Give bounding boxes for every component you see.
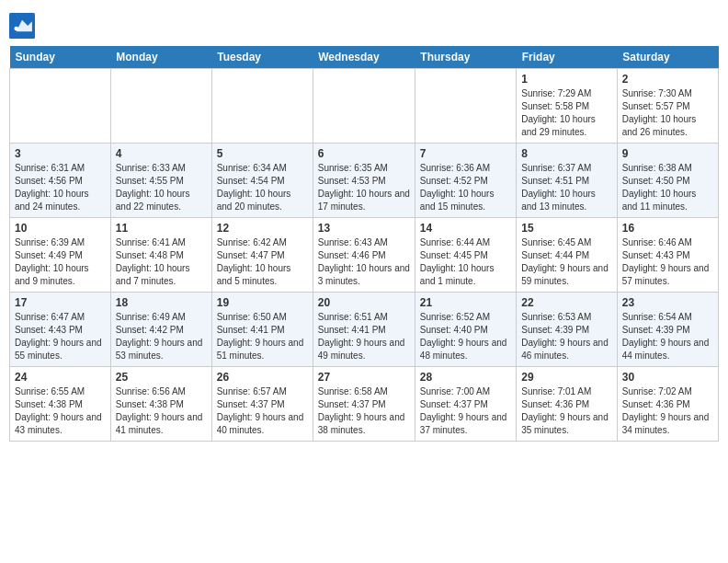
calendar-cell: 28Sunrise: 7:00 AM Sunset: 4:37 PM Dayli… (415, 367, 516, 442)
day-number: 11 (116, 222, 207, 235)
calendar-cell: 26Sunrise: 6:57 AM Sunset: 4:37 PM Dayli… (211, 367, 313, 442)
calendar-cell: 29Sunrise: 7:01 AM Sunset: 4:36 PM Dayli… (517, 367, 618, 442)
day-number: 7 (420, 147, 511, 160)
day-info: Sunrise: 6:55 AM Sunset: 4:38 PM Dayligh… (15, 385, 106, 437)
calendar-cell: 5Sunrise: 6:34 AM Sunset: 4:54 PM Daylig… (211, 144, 313, 218)
calendar-week-4: 17Sunrise: 6:47 AM Sunset: 4:43 PM Dayli… (10, 293, 719, 367)
day-info: Sunrise: 6:35 AM Sunset: 4:53 PM Dayligh… (318, 162, 410, 213)
calendar-week-1: 1Sunrise: 7:29 AM Sunset: 5:58 PM Daylig… (10, 69, 719, 144)
day-info: Sunrise: 6:45 AM Sunset: 4:44 PM Dayligh… (521, 236, 612, 288)
calendar-cell: 7Sunrise: 6:36 AM Sunset: 4:52 PM Daylig… (415, 144, 516, 218)
day-number: 28 (420, 371, 511, 384)
logo-icon (9, 13, 35, 39)
day-number: 27 (318, 371, 410, 384)
day-info: Sunrise: 6:37 AM Sunset: 4:51 PM Dayligh… (521, 162, 612, 213)
calendar-cell: 11Sunrise: 6:41 AM Sunset: 4:48 PM Dayli… (110, 218, 211, 293)
calendar-cell: 4Sunrise: 6:33 AM Sunset: 4:55 PM Daylig… (110, 144, 211, 218)
day-number: 2 (622, 73, 713, 86)
calendar-cell: 25Sunrise: 6:56 AM Sunset: 4:38 PM Dayli… (110, 367, 211, 442)
day-info: Sunrise: 6:47 AM Sunset: 4:43 PM Dayligh… (15, 311, 106, 362)
calendar-header-row: SundayMondayTuesdayWednesdayThursdayFrid… (10, 46, 719, 69)
calendar-cell: 24Sunrise: 6:55 AM Sunset: 4:38 PM Dayli… (10, 367, 111, 442)
calendar-cell: 16Sunrise: 6:46 AM Sunset: 4:43 PM Dayli… (617, 218, 718, 293)
day-number: 16 (622, 222, 713, 235)
calendar-cell: 30Sunrise: 7:02 AM Sunset: 4:36 PM Dayli… (617, 367, 718, 442)
day-number: 5 (217, 147, 308, 160)
day-header-sunday: Sunday (10, 46, 111, 69)
calendar-cell: 13Sunrise: 6:43 AM Sunset: 4:46 PM Dayli… (313, 218, 415, 293)
day-number: 13 (318, 222, 410, 235)
day-info: Sunrise: 6:41 AM Sunset: 4:48 PM Dayligh… (116, 236, 207, 288)
calendar-cell: 1Sunrise: 7:29 AM Sunset: 5:58 PM Daylig… (517, 69, 618, 144)
day-info: Sunrise: 7:02 AM Sunset: 4:36 PM Dayligh… (622, 385, 713, 437)
day-number: 22 (521, 296, 612, 309)
calendar-cell (415, 69, 516, 144)
day-number: 10 (15, 222, 106, 235)
calendar-cell: 20Sunrise: 6:51 AM Sunset: 4:41 PM Dayli… (313, 293, 415, 367)
day-number: 8 (521, 147, 612, 160)
day-number: 26 (217, 371, 308, 384)
day-number: 25 (116, 371, 207, 384)
calendar-cell: 10Sunrise: 6:39 AM Sunset: 4:49 PM Dayli… (10, 218, 111, 293)
day-info: Sunrise: 6:39 AM Sunset: 4:49 PM Dayligh… (15, 236, 106, 288)
day-info: Sunrise: 7:01 AM Sunset: 4:36 PM Dayligh… (521, 385, 612, 437)
day-info: Sunrise: 7:00 AM Sunset: 4:37 PM Dayligh… (420, 385, 511, 437)
day-info: Sunrise: 6:44 AM Sunset: 4:45 PM Dayligh… (420, 236, 511, 288)
day-info: Sunrise: 6:57 AM Sunset: 4:37 PM Dayligh… (217, 385, 308, 437)
day-number: 4 (116, 147, 207, 160)
calendar-cell: 22Sunrise: 6:53 AM Sunset: 4:39 PM Dayli… (517, 293, 618, 367)
day-info: Sunrise: 6:36 AM Sunset: 4:52 PM Dayligh… (420, 162, 511, 213)
day-info: Sunrise: 6:31 AM Sunset: 4:56 PM Dayligh… (15, 162, 106, 213)
svg-point-2 (14, 27, 18, 31)
day-header-monday: Monday (110, 46, 211, 69)
day-info: Sunrise: 6:53 AM Sunset: 4:39 PM Dayligh… (521, 311, 612, 362)
day-number: 29 (521, 371, 612, 384)
day-number: 20 (318, 296, 410, 309)
day-info: Sunrise: 6:46 AM Sunset: 4:43 PM Dayligh… (622, 236, 713, 288)
calendar-cell: 3Sunrise: 6:31 AM Sunset: 4:56 PM Daylig… (10, 144, 111, 218)
day-number: 15 (521, 222, 612, 235)
day-info: Sunrise: 6:49 AM Sunset: 4:42 PM Dayligh… (116, 311, 207, 362)
day-info: Sunrise: 6:43 AM Sunset: 4:46 PM Dayligh… (318, 236, 410, 288)
day-number: 9 (622, 147, 713, 160)
calendar-cell: 6Sunrise: 6:35 AM Sunset: 4:53 PM Daylig… (313, 144, 415, 218)
day-info: Sunrise: 6:50 AM Sunset: 4:41 PM Dayligh… (217, 311, 308, 362)
day-info: Sunrise: 6:51 AM Sunset: 4:41 PM Dayligh… (318, 311, 410, 362)
day-info: Sunrise: 7:30 AM Sunset: 5:57 PM Dayligh… (622, 87, 713, 139)
logo (9, 13, 39, 39)
day-info: Sunrise: 6:38 AM Sunset: 4:50 PM Dayligh… (622, 162, 713, 213)
page-header (9, 9, 719, 39)
calendar-week-2: 3Sunrise: 6:31 AM Sunset: 4:56 PM Daylig… (10, 144, 719, 218)
day-number: 6 (318, 147, 410, 160)
calendar-cell: 15Sunrise: 6:45 AM Sunset: 4:44 PM Dayli… (517, 218, 618, 293)
calendar-cell: 21Sunrise: 6:52 AM Sunset: 4:40 PM Dayli… (415, 293, 516, 367)
day-number: 21 (420, 296, 511, 309)
calendar-cell (110, 69, 211, 144)
day-info: Sunrise: 7:29 AM Sunset: 5:58 PM Dayligh… (521, 87, 612, 139)
day-number: 24 (15, 371, 106, 384)
day-number: 14 (420, 222, 511, 235)
calendar-cell: 19Sunrise: 6:50 AM Sunset: 4:41 PM Dayli… (211, 293, 313, 367)
calendar-cell: 18Sunrise: 6:49 AM Sunset: 4:42 PM Dayli… (110, 293, 211, 367)
day-info: Sunrise: 6:42 AM Sunset: 4:47 PM Dayligh… (217, 236, 308, 288)
calendar-cell: 17Sunrise: 6:47 AM Sunset: 4:43 PM Dayli… (10, 293, 111, 367)
day-header-saturday: Saturday (617, 46, 718, 69)
calendar-cell: 9Sunrise: 6:38 AM Sunset: 4:50 PM Daylig… (617, 144, 718, 218)
day-number: 19 (217, 296, 308, 309)
day-number: 1 (521, 73, 612, 86)
day-number: 12 (217, 222, 308, 235)
day-number: 30 (622, 371, 713, 384)
day-info: Sunrise: 6:58 AM Sunset: 4:37 PM Dayligh… (318, 385, 410, 437)
day-number: 23 (622, 296, 713, 309)
calendar-cell (211, 69, 313, 144)
calendar-cell (313, 69, 415, 144)
day-header-friday: Friday (517, 46, 618, 69)
day-info: Sunrise: 6:33 AM Sunset: 4:55 PM Dayligh… (116, 162, 207, 213)
day-info: Sunrise: 6:34 AM Sunset: 4:54 PM Dayligh… (217, 162, 308, 213)
calendar-cell: 8Sunrise: 6:37 AM Sunset: 4:51 PM Daylig… (517, 144, 618, 218)
day-info: Sunrise: 6:52 AM Sunset: 4:40 PM Dayligh… (420, 311, 511, 362)
calendar-cell: 14Sunrise: 6:44 AM Sunset: 4:45 PM Dayli… (415, 218, 516, 293)
calendar-cell: 27Sunrise: 6:58 AM Sunset: 4:37 PM Dayli… (313, 367, 415, 442)
day-info: Sunrise: 6:56 AM Sunset: 4:38 PM Dayligh… (116, 385, 207, 437)
calendar: SundayMondayTuesdayWednesdayThursdayFrid… (9, 46, 719, 442)
